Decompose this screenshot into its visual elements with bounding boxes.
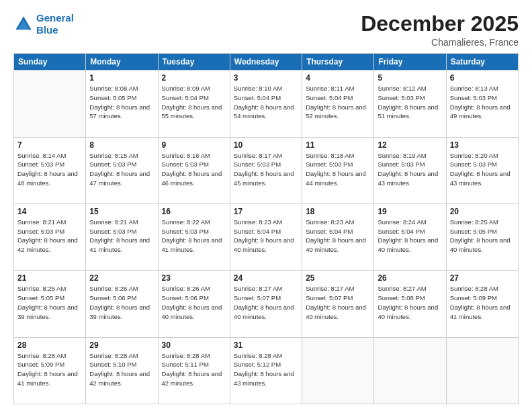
calendar-cell <box>374 337 446 404</box>
day-number: 2 <box>162 73 226 83</box>
calendar-cell: 25Sunrise: 8:27 AM Sunset: 5:07 PM Dayli… <box>302 271 374 337</box>
calendar-cell: 28Sunrise: 8:28 AM Sunset: 5:09 PM Dayli… <box>14 337 86 404</box>
calendar-cell: 31Sunrise: 8:28 AM Sunset: 5:12 PM Dayli… <box>230 337 302 404</box>
calendar-cell: 2Sunrise: 8:09 AM Sunset: 5:04 PM Daylig… <box>158 71 230 137</box>
day-number: 21 <box>17 273 82 283</box>
weekday-header-sunday: Sunday <box>14 54 86 71</box>
calendar-cell: 14Sunrise: 8:21 AM Sunset: 5:03 PM Dayli… <box>14 203 86 270</box>
day-number: 4 <box>306 73 370 83</box>
calendar-cell: 22Sunrise: 8:26 AM Sunset: 5:06 PM Dayli… <box>86 271 158 337</box>
day-number: 9 <box>162 140 226 150</box>
day-info: Sunrise: 8:27 AM Sunset: 5:07 PM Dayligh… <box>306 284 370 321</box>
title-block: December 2025 Chamalieres, France <box>361 12 519 48</box>
day-number: 1 <box>89 73 154 83</box>
day-number: 18 <box>306 207 370 216</box>
day-number: 30 <box>162 340 226 350</box>
calendar-cell: 11Sunrise: 8:18 AM Sunset: 5:03 PM Dayli… <box>302 137 374 203</box>
day-info: Sunrise: 8:17 AM Sunset: 5:03 PM Dayligh… <box>234 151 298 188</box>
calendar-cell: 10Sunrise: 8:17 AM Sunset: 5:03 PM Dayli… <box>230 137 302 203</box>
day-number: 16 <box>162 207 226 216</box>
day-info: Sunrise: 8:28 AM Sunset: 5:09 PM Dayligh… <box>450 284 515 321</box>
day-number: 31 <box>234 340 298 350</box>
calendar-cell <box>446 337 518 404</box>
day-number: 13 <box>450 140 515 150</box>
day-info: Sunrise: 8:21 AM Sunset: 5:03 PM Dayligh… <box>17 218 82 255</box>
day-info: Sunrise: 8:15 AM Sunset: 5:03 PM Dayligh… <box>89 151 154 188</box>
day-info: Sunrise: 8:27 AM Sunset: 5:07 PM Dayligh… <box>234 284 298 321</box>
day-number: 22 <box>89 273 154 283</box>
calendar-week-3: 14Sunrise: 8:21 AM Sunset: 5:03 PM Dayli… <box>14 203 519 270</box>
day-info: Sunrise: 8:13 AM Sunset: 5:03 PM Dayligh… <box>450 84 515 121</box>
day-info: Sunrise: 8:26 AM Sunset: 5:06 PM Dayligh… <box>89 284 154 321</box>
calendar-week-4: 21Sunrise: 8:25 AM Sunset: 5:05 PM Dayli… <box>14 271 519 337</box>
day-number: 11 <box>306 140 370 150</box>
day-number: 29 <box>89 340 154 350</box>
calendar-week-1: 1Sunrise: 8:08 AM Sunset: 5:05 PM Daylig… <box>14 71 519 137</box>
calendar-cell: 18Sunrise: 8:23 AM Sunset: 5:04 PM Dayli… <box>302 203 374 270</box>
day-info: Sunrise: 8:19 AM Sunset: 5:03 PM Dayligh… <box>378 151 442 188</box>
calendar-cell: 15Sunrise: 8:21 AM Sunset: 5:03 PM Dayli… <box>86 203 158 270</box>
calendar-cell: 1Sunrise: 8:08 AM Sunset: 5:05 PM Daylig… <box>86 71 158 137</box>
calendar-cell: 26Sunrise: 8:27 AM Sunset: 5:08 PM Dayli… <box>374 271 446 337</box>
day-info: Sunrise: 8:10 AM Sunset: 5:04 PM Dayligh… <box>234 84 298 121</box>
calendar-cell: 16Sunrise: 8:22 AM Sunset: 5:03 PM Dayli… <box>158 203 230 270</box>
day-number: 20 <box>450 207 515 216</box>
day-info: Sunrise: 8:11 AM Sunset: 5:04 PM Dayligh… <box>306 84 370 121</box>
calendar-cell <box>302 337 374 404</box>
day-info: Sunrise: 8:21 AM Sunset: 5:03 PM Dayligh… <box>89 218 154 255</box>
day-number: 26 <box>378 273 442 283</box>
subtitle: Chamalieres, France <box>361 37 519 48</box>
day-number: 12 <box>378 140 442 150</box>
calendar-cell: 21Sunrise: 8:25 AM Sunset: 5:05 PM Dayli… <box>14 271 86 337</box>
calendar-cell: 30Sunrise: 8:28 AM Sunset: 5:11 PM Dayli… <box>158 337 230 404</box>
day-number: 10 <box>234 140 298 150</box>
calendar-cell: 13Sunrise: 8:20 AM Sunset: 5:03 PM Dayli… <box>446 137 518 203</box>
weekday-header-wednesday: Wednesday <box>230 54 302 71</box>
calendar-cell: 17Sunrise: 8:23 AM Sunset: 5:04 PM Dayli… <box>230 203 302 270</box>
calendar-cell: 3Sunrise: 8:10 AM Sunset: 5:04 PM Daylig… <box>230 71 302 137</box>
day-info: Sunrise: 8:25 AM Sunset: 5:05 PM Dayligh… <box>17 284 82 321</box>
calendar-cell: 6Sunrise: 8:13 AM Sunset: 5:03 PM Daylig… <box>446 71 518 137</box>
day-number: 7 <box>17 140 82 150</box>
logo-icon <box>13 14 34 34</box>
day-info: Sunrise: 8:27 AM Sunset: 5:08 PM Dayligh… <box>378 284 442 321</box>
day-info: Sunrise: 8:16 AM Sunset: 5:03 PM Dayligh… <box>162 151 226 188</box>
day-number: 27 <box>450 273 515 283</box>
day-number: 17 <box>234 207 298 216</box>
header: General Blue December 2025 Chamalieres, … <box>13 12 519 48</box>
day-info: Sunrise: 8:12 AM Sunset: 5:03 PM Dayligh… <box>378 84 442 121</box>
calendar-cell: 23Sunrise: 8:26 AM Sunset: 5:06 PM Dayli… <box>158 271 230 337</box>
calendar-cell <box>14 71 86 137</box>
day-info: Sunrise: 8:24 AM Sunset: 5:04 PM Dayligh… <box>378 218 442 255</box>
day-info: Sunrise: 8:28 AM Sunset: 5:10 PM Dayligh… <box>89 351 154 388</box>
day-number: 25 <box>306 273 370 283</box>
day-number: 14 <box>17 207 82 216</box>
calendar-cell: 7Sunrise: 8:14 AM Sunset: 5:03 PM Daylig… <box>14 137 86 203</box>
calendar-cell: 19Sunrise: 8:24 AM Sunset: 5:04 PM Dayli… <box>374 203 446 270</box>
day-number: 3 <box>234 73 298 83</box>
weekday-header-row: SundayMondayTuesdayWednesdayThursdayFrid… <box>14 54 519 71</box>
day-number: 5 <box>378 73 442 83</box>
day-number: 23 <box>162 273 226 283</box>
day-info: Sunrise: 8:26 AM Sunset: 5:06 PM Dayligh… <box>162 284 226 321</box>
calendar-cell: 24Sunrise: 8:27 AM Sunset: 5:07 PM Dayli… <box>230 271 302 337</box>
weekday-header-friday: Friday <box>374 54 446 71</box>
day-info: Sunrise: 8:09 AM Sunset: 5:04 PM Dayligh… <box>162 84 226 121</box>
weekday-header-saturday: Saturday <box>446 54 518 71</box>
calendar-cell: 20Sunrise: 8:25 AM Sunset: 5:05 PM Dayli… <box>446 203 518 270</box>
calendar-week-2: 7Sunrise: 8:14 AM Sunset: 5:03 PM Daylig… <box>14 137 519 203</box>
calendar-table: SundayMondayTuesdayWednesdayThursdayFrid… <box>13 53 519 404</box>
calendar-cell: 9Sunrise: 8:16 AM Sunset: 5:03 PM Daylig… <box>158 137 230 203</box>
day-info: Sunrise: 8:28 AM Sunset: 5:11 PM Dayligh… <box>162 351 226 388</box>
day-number: 24 <box>234 273 298 283</box>
calendar-cell: 29Sunrise: 8:28 AM Sunset: 5:10 PM Dayli… <box>86 337 158 404</box>
main-title: December 2025 <box>361 12 519 36</box>
day-info: Sunrise: 8:25 AM Sunset: 5:05 PM Dayligh… <box>450 218 515 255</box>
day-info: Sunrise: 8:18 AM Sunset: 5:03 PM Dayligh… <box>306 151 370 188</box>
calendar-cell: 4Sunrise: 8:11 AM Sunset: 5:04 PM Daylig… <box>302 71 374 137</box>
weekday-header-tuesday: Tuesday <box>158 54 230 71</box>
day-info: Sunrise: 8:14 AM Sunset: 5:03 PM Dayligh… <box>17 151 82 188</box>
logo-text: General Blue <box>36 12 74 36</box>
calendar-body: 1Sunrise: 8:08 AM Sunset: 5:05 PM Daylig… <box>14 71 519 404</box>
day-info: Sunrise: 8:28 AM Sunset: 5:09 PM Dayligh… <box>17 351 82 388</box>
